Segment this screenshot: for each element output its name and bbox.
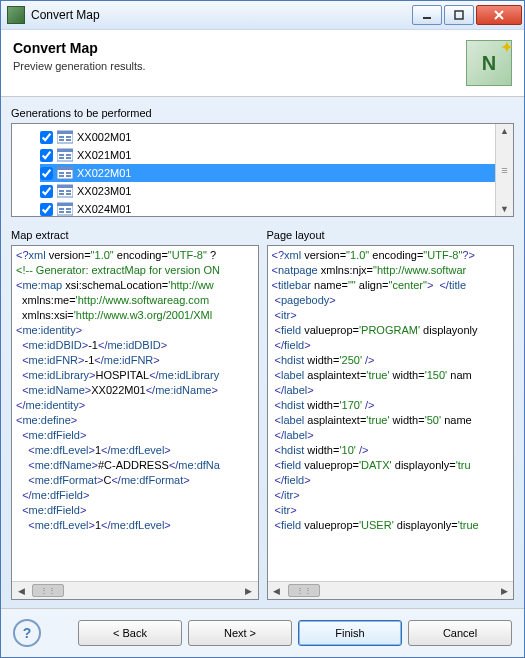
code-line: <hdist width='250' /> <box>272 353 510 368</box>
svg-rect-9 <box>66 139 71 141</box>
list-item-label: XX024M01 <box>77 203 131 215</box>
scroll-down-icon[interactable]: ▼ <box>500 204 509 214</box>
list-item[interactable]: XX024M01 <box>40 200 495 216</box>
svg-rect-21 <box>66 175 71 177</box>
svg-rect-20 <box>66 172 71 174</box>
svg-rect-24 <box>59 190 64 192</box>
titlebar[interactable]: Convert Map <box>1 1 524 30</box>
svg-rect-15 <box>66 157 71 159</box>
help-button[interactable]: ? <box>13 619 41 647</box>
scroll-up-icon[interactable]: ▲ <box>500 126 509 136</box>
minimize-button[interactable] <box>412 5 442 25</box>
scroll-thumb[interactable]: ⋮⋮ <box>32 584 64 597</box>
code-line: <me:identity> <box>16 323 254 338</box>
code-line: <me:idDBID>-1</me:idDBID> <box>16 338 254 353</box>
code-line: <me:dfField> <box>16 503 254 518</box>
scroll-grip-icon[interactable]: ≡ <box>501 164 507 176</box>
code-line: <field valueprop='PROGRAM' displayonly <box>272 323 510 338</box>
code-line: </label> <box>272 428 510 443</box>
list-item[interactable]: XX021M01 <box>40 146 495 164</box>
map-extract-viewer[interactable]: <?xml version="1.0" encoding="UTF-8" ?<!… <box>11 245 259 600</box>
code-line: <!-- Generator: extractMap for version O… <box>16 263 254 278</box>
list-item-label: XX021M01 <box>77 149 131 161</box>
code-line: <itr> <box>272 503 510 518</box>
button-bar: ? < Back Next > Finish Cancel <box>1 608 524 657</box>
map-icon <box>57 130 73 144</box>
map-extract-pane: Map extract <?xml version="1.0" encoding… <box>11 227 259 600</box>
code-line: <me:dfName>#C-ADDRESS</me:dfNa <box>16 458 254 473</box>
page-layout-pane: Page layout <?xml version="1.0" encoding… <box>267 227 515 600</box>
page-layout-viewer[interactable]: <?xml version="1.0" encoding="UTF-8"?><n… <box>267 245 515 600</box>
list-item-checkbox[interactable] <box>40 149 53 162</box>
scroll-left-icon[interactable]: ◀ <box>270 586 284 596</box>
cancel-button[interactable]: Cancel <box>408 620 512 646</box>
next-button[interactable]: Next > <box>188 620 292 646</box>
app-icon <box>7 6 25 24</box>
list-item-checkbox[interactable] <box>40 131 53 144</box>
finish-button[interactable]: Finish <box>298 620 402 646</box>
code-line: <field valueprop='DATX' displayonly='tru <box>272 458 510 473</box>
svg-rect-8 <box>66 136 71 138</box>
content-area: Generations to be performed XX002M01XX02… <box>1 97 524 608</box>
svg-rect-6 <box>59 136 64 138</box>
code-line: <me:idFNR>-1</me:idFNR> <box>16 353 254 368</box>
list-item-label: XX023M01 <box>77 185 131 197</box>
code-line: </me:identity> <box>16 398 254 413</box>
svg-rect-25 <box>59 193 64 195</box>
code-line: <me:dfLevel>1</me:dfLevel> <box>16 443 254 458</box>
code-line: <label asplaintext='true' width='150' na… <box>272 368 510 383</box>
generations-list[interactable]: XX002M01XX021M01XX022M01XX023M01XX024M01… <box>11 123 514 217</box>
svg-rect-13 <box>59 157 64 159</box>
list-item-checkbox[interactable] <box>40 167 53 180</box>
page-title: Convert Map <box>13 40 466 56</box>
map-icon <box>57 166 73 180</box>
svg-rect-29 <box>57 203 73 206</box>
svg-rect-27 <box>66 193 71 195</box>
svg-rect-26 <box>66 190 71 192</box>
code-line: </field> <box>272 338 510 353</box>
svg-rect-19 <box>59 175 64 177</box>
svg-rect-1 <box>455 11 463 19</box>
svg-rect-33 <box>66 211 71 213</box>
code-line: <field valueprop='USER' displayonly='tru… <box>272 518 510 533</box>
code-line: <me:dfField> <box>16 428 254 443</box>
code-line: <hdist width='170' /> <box>272 398 510 413</box>
list-scrollbar[interactable]: ▲ ≡ ▼ <box>495 124 513 216</box>
map-icon <box>57 202 73 216</box>
list-item-checkbox[interactable] <box>40 185 53 198</box>
code-line: <natpage xmlns:njx="http://www.softwar <box>272 263 510 278</box>
svg-rect-31 <box>59 211 64 213</box>
list-item[interactable]: XX002M01 <box>40 128 495 146</box>
generations-label: Generations to be performed <box>11 107 514 119</box>
list-item[interactable]: XX023M01 <box>40 182 495 200</box>
code-line: <label asplaintext='true' width='50' nam… <box>272 413 510 428</box>
scroll-left-icon[interactable]: ◀ <box>14 586 28 596</box>
page-subtitle: Preview generation results. <box>13 60 466 72</box>
code-line: xmlns:xsi='http://www.w3.org/2001/XMl <box>16 308 254 323</box>
code-line: </itr> <box>272 488 510 503</box>
scroll-right-icon[interactable]: ▶ <box>242 586 256 596</box>
page-layout-hscroll[interactable]: ◀ ⋮⋮ ▶ <box>268 581 514 599</box>
svg-rect-5 <box>57 131 73 134</box>
scroll-thumb[interactable]: ⋮⋮ <box>288 584 320 597</box>
svg-rect-23 <box>57 185 73 188</box>
list-item[interactable]: XX022M01 <box>40 164 495 182</box>
list-item-checkbox[interactable] <box>40 203 53 216</box>
code-line: <itr> <box>272 308 510 323</box>
window-title: Convert Map <box>31 8 410 22</box>
map-extract-hscroll[interactable]: ◀ ⋮⋮ ▶ <box>12 581 258 599</box>
code-line: </me:dfField> <box>16 488 254 503</box>
code-line: <titlebar name="" align="center"> </titl… <box>272 278 510 293</box>
back-button[interactable]: < Back <box>78 620 182 646</box>
scroll-right-icon[interactable]: ▶ <box>497 586 511 596</box>
code-line: xmlns:me='http://www.softwareag.com <box>16 293 254 308</box>
code-line: <hdist width='10' /> <box>272 443 510 458</box>
wizard-header: Convert Map Preview generation results. … <box>1 30 524 97</box>
svg-rect-11 <box>57 149 73 152</box>
map-icon <box>57 148 73 162</box>
maximize-button[interactable] <box>444 5 474 25</box>
close-button[interactable] <box>476 5 522 25</box>
code-line: <pagebody> <box>272 293 510 308</box>
code-line: <me:dfFormat>C</me:dfFormat> <box>16 473 254 488</box>
code-line: <?xml version="1.0" encoding="UTF-8"?> <box>272 248 510 263</box>
